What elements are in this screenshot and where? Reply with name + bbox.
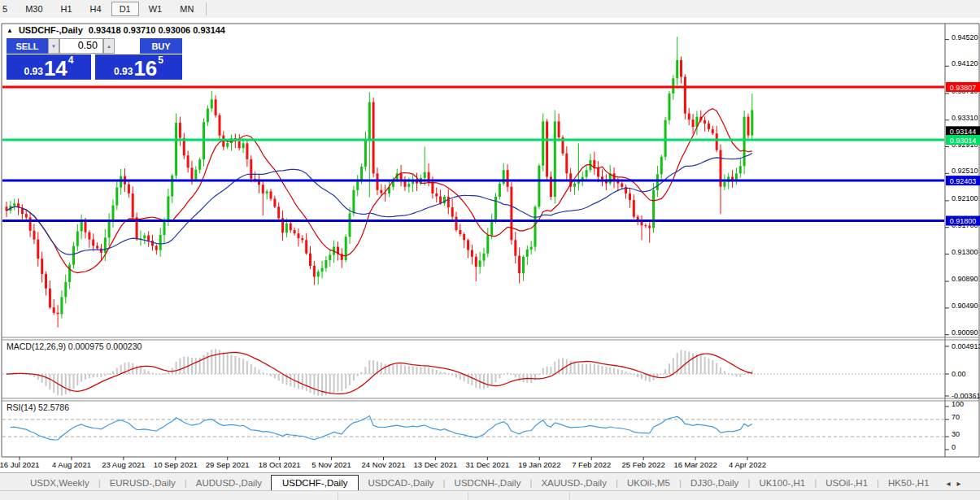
rsi-indicator-label: RSI(14) 52.5786: [7, 402, 69, 412]
volume-increase-icon[interactable]: ▲: [103, 38, 115, 54]
volume-decrease-icon[interactable]: ▼: [48, 38, 59, 54]
svg-text:16 Jul 2021: 16 Jul 2021: [0, 460, 40, 469]
buy-price-box[interactable]: 0.93 16 5: [95, 54, 182, 80]
chart-title: ▲ USDCHF-,Daily 0.93418 0.93710 0.93006 …: [7, 25, 225, 35]
price-level-chip-text: 0.93807: [950, 84, 977, 92]
svg-text:25 Feb 2022: 25 Feb 2022: [621, 460, 664, 469]
svg-text:100: 100: [952, 400, 964, 408]
price-level-chip-text: 0.93014: [950, 137, 977, 145]
svg-text:0.92510: 0.92510: [952, 167, 978, 175]
svg-text:0.90890: 0.90890: [952, 275, 978, 283]
macd-signal-line: [7, 353, 752, 394]
svg-text:0: 0: [952, 443, 956, 451]
svg-text:-0.00361: -0.00361: [952, 392, 980, 400]
svg-text:0.00: 0.00: [952, 370, 966, 378]
svg-text:16 Mar 2022: 16 Mar 2022: [673, 460, 716, 469]
bid-price-prefix: 0.93: [24, 67, 43, 76]
svg-text:13 Dec 2021: 13 Dec 2021: [414, 460, 458, 469]
svg-text:24 Nov 2021: 24 Nov 2021: [362, 460, 406, 469]
svg-text:31 Dec 2021: 31 Dec 2021: [465, 460, 509, 469]
svg-text:23 Aug 2021: 23 Aug 2021: [102, 460, 145, 469]
volume-input[interactable]: 0.50: [59, 38, 103, 54]
svg-text:0.90490: 0.90490: [952, 302, 978, 310]
price-level-chip-text: 0.91800: [950, 217, 977, 225]
price-level-chip-text: 0.92403: [950, 177, 977, 185]
macd-indicator-label: MACD(12,26,9) 0.000975 0.000230: [7, 341, 142, 351]
chart-symbol-label: USDCHF-,Daily: [19, 25, 83, 35]
candles: [6, 37, 754, 327]
chart-ohlc-values: 0.93418 0.93710 0.93006 0.93144: [89, 25, 225, 35]
svg-text:0.91300: 0.91300: [952, 248, 978, 256]
svg-text:10 Sep 2021: 10 Sep 2021: [154, 460, 198, 469]
svg-text:0.93310: 0.93310: [952, 114, 978, 122]
svg-text:0.94120: 0.94120: [952, 59, 978, 67]
svg-text:0.90090: 0.90090: [952, 328, 978, 337]
svg-text:0.004913: 0.004913: [952, 342, 980, 350]
svg-text:18 Oct 2021: 18 Oct 2021: [259, 460, 301, 469]
bid-price-pipette: 4: [68, 55, 74, 65]
collapse-arrow-icon[interactable]: ▲: [7, 27, 13, 34]
moving-average: [7, 109, 752, 273]
price-level-chip-text: 0.93144: [950, 128, 977, 136]
mt4-chart-window: { "toolbar": { "timeframes": [ {"label":…: [0, 0, 980, 500]
svg-text:4 Aug 2021: 4 Aug 2021: [52, 460, 91, 469]
ask-price-prefix: 0.93: [114, 67, 133, 76]
svg-text:7 Feb 2022: 7 Feb 2022: [572, 460, 611, 469]
svg-text:30: 30: [952, 430, 960, 438]
ask-price-pipette: 5: [158, 55, 163, 65]
sell-price-box[interactable]: 0.93 14 4: [7, 54, 91, 80]
date-axis: 16 Jul 20214 Aug 202123 Aug 202110 Sep 2…: [0, 457, 766, 469]
svg-text:19 Jan 2022: 19 Jan 2022: [518, 460, 560, 469]
ask-price-main: 16: [133, 59, 157, 78]
svg-text:0.92100: 0.92100: [952, 194, 978, 202]
svg-text:70: 70: [952, 413, 960, 421]
price-axis: 0.945200.941200.937100.933100.929100.925…: [945, 33, 980, 451]
svg-text:5 Nov 2021: 5 Nov 2021: [311, 460, 351, 469]
bid-price-main: 14: [44, 59, 68, 78]
buy-button[interactable]: BUY: [140, 38, 182, 54]
svg-text:4 Apr 2022: 4 Apr 2022: [729, 460, 766, 469]
sell-button[interactable]: SELL: [7, 38, 48, 54]
svg-text:29 Sep 2021: 29 Sep 2021: [206, 460, 250, 469]
svg-text:0.94520: 0.94520: [952, 33, 978, 41]
moving-average: [7, 153, 752, 254]
